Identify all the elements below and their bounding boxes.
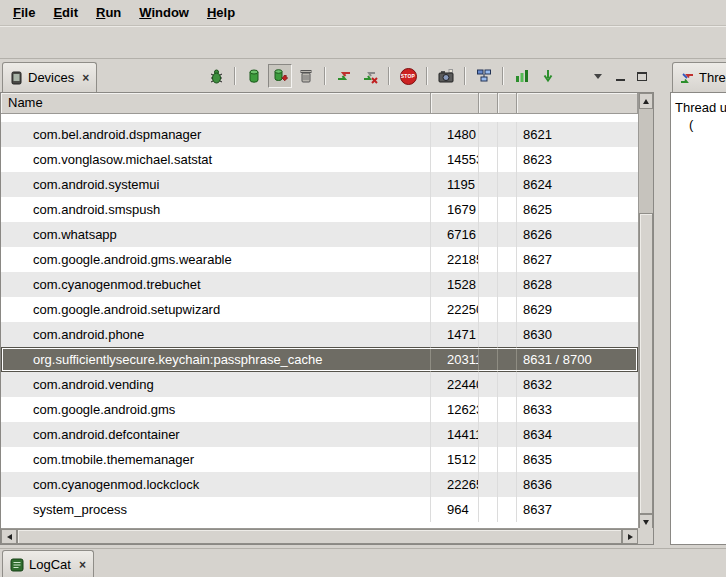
process-pid: 964 <box>431 497 479 522</box>
table-row[interactable]: com.bel.android.dspmanager 1480 8621 <box>1 122 638 147</box>
process-pid: 12623 <box>431 397 479 422</box>
tab-threads[interactable]: Threads <box>672 62 726 92</box>
process-name: com.android.systemui <box>1 172 431 197</box>
arrow-right-icon <box>628 534 633 540</box>
update-threads-icon <box>336 68 352 84</box>
process-col4 <box>498 372 517 397</box>
table-row[interactable]: org.sufficientlysecure.keychain:passphra… <box>1 347 638 372</box>
table-row[interactable]: com.android.vending 22440 8632 <box>1 372 638 397</box>
maximize-button[interactable] <box>632 67 652 85</box>
scrollbar-corner <box>638 528 653 544</box>
tab-devices[interactable]: Devices × <box>2 62 97 92</box>
table-row[interactable]: system_process 964 8637 <box>1 497 638 522</box>
maximize-icon <box>637 72 647 81</box>
process-name: com.android.phone <box>1 322 431 347</box>
table-row[interactable]: com.cyanogenmod.lockclock 22265 8636 <box>1 472 638 497</box>
process-col3 <box>479 422 498 447</box>
scroll-up-button[interactable] <box>639 93 653 109</box>
process-name: com.google.android.setupwizard <box>1 297 431 322</box>
tab-devices-label: Devices <box>28 70 74 85</box>
process-col4 <box>498 172 517 197</box>
table-row[interactable]: com.cyanogenmod.trebuchet 1528 8628 <box>1 272 638 297</box>
minimize-icon <box>616 79 625 81</box>
horizontal-scrollbar-thumb[interactable] <box>17 529 622 544</box>
threads-content: Thread up ( <box>670 92 726 545</box>
dump-hprof-button[interactable] <box>268 64 292 88</box>
process-pid: 1480 <box>431 122 479 147</box>
view-menu-icon <box>594 74 602 79</box>
menu-help[interactable]: Help <box>198 2 244 23</box>
scroll-right-button[interactable] <box>622 529 638 544</box>
table-row[interactable]: com.tmobile.thememanager 1512 8635 <box>1 447 638 472</box>
process-pid: 14411 <box>431 422 479 447</box>
menu-file[interactable]: File <box>4 2 44 23</box>
horizontal-scrollbar[interactable] <box>1 528 638 544</box>
stop-process-button[interactable]: STOP <box>396 64 420 88</box>
debug-button[interactable] <box>204 64 228 88</box>
cause-gc-button[interactable] <box>294 64 318 88</box>
process-pid: 1679 <box>431 197 479 222</box>
table-row[interactable]: com.android.phone 1471 8630 <box>1 322 638 347</box>
table-body: com.bel.android.dspmanager 1480 8621 com… <box>1 122 638 522</box>
column-header-3[interactable] <box>479 93 498 114</box>
process-col4 <box>498 222 517 247</box>
process-col4 <box>498 397 517 422</box>
column-header-port[interactable] <box>517 93 638 114</box>
column-header-pid[interactable] <box>431 93 479 114</box>
process-name: com.android.vending <box>1 372 431 397</box>
table-row[interactable]: com.vonglasow.michael.satstat 14553 8623 <box>1 147 638 172</box>
view-menu-button[interactable] <box>588 67 608 85</box>
table-row[interactable]: com.android.systemui 1195 8624 <box>1 172 638 197</box>
process-pid: 1195 <box>431 172 479 197</box>
process-port: 8636 <box>517 472 638 497</box>
table-header: Name <box>1 93 638 114</box>
menu-edit[interactable]: Edit <box>44 2 87 23</box>
vertical-scrollbar[interactable] <box>638 93 653 530</box>
table-row[interactable]: com.android.defcontainer 14411 8634 <box>1 422 638 447</box>
process-name: com.vonglasow.michael.satstat <box>1 147 431 172</box>
logcat-bar: LogCat × <box>0 548 726 577</box>
process-col4 <box>498 322 517 347</box>
panel-sash[interactable] <box>654 60 670 547</box>
process-col4 <box>498 297 517 322</box>
devices-toolbar: STOP <box>204 64 652 88</box>
scroll-left-button[interactable] <box>1 529 17 544</box>
menu-run[interactable]: Run <box>87 2 130 23</box>
process-col3 <box>479 297 498 322</box>
update-heap-button[interactable] <box>242 64 266 88</box>
minimize-button[interactable] <box>610 67 630 85</box>
menu-window[interactable]: Window <box>130 2 198 23</box>
column-header-4[interactable] <box>498 93 517 114</box>
process-col3 <box>479 122 498 147</box>
toolbar-spacer <box>562 76 586 77</box>
close-icon[interactable]: × <box>82 71 89 85</box>
process-pid: 20311 <box>431 347 479 372</box>
process-port: 8628 <box>517 272 638 297</box>
process-col4 <box>498 422 517 447</box>
vertical-scrollbar-thumb[interactable] <box>639 213 653 514</box>
close-icon[interactable]: × <box>79 558 86 572</box>
process-port: 8637 <box>517 497 638 522</box>
screen-capture-button[interactable] <box>434 64 458 88</box>
process-port: 8633 <box>517 397 638 422</box>
systrace-button[interactable] <box>510 64 534 88</box>
column-header-name[interactable]: Name <box>1 93 431 114</box>
process-pid: 14553 <box>431 147 479 172</box>
stop-method-profiling-icon <box>362 68 378 84</box>
tab-logcat[interactable]: LogCat × <box>2 550 94 577</box>
process-col4 <box>498 147 517 172</box>
arrow-up-icon <box>643 99 649 104</box>
process-col3 <box>479 222 498 247</box>
view-hierarchy-button[interactable] <box>472 64 496 88</box>
process-port: 8630 <box>517 322 638 347</box>
table-row[interactable]: com.google.android.gms.wearable 22185 86… <box>1 247 638 272</box>
process-pid: 1512 <box>431 447 479 472</box>
table-row[interactable]: com.whatsapp 6716 8626 <box>1 222 638 247</box>
update-threads-button[interactable] <box>332 64 356 88</box>
table-row[interactable]: com.google.android.setupwizard 22250 862… <box>1 297 638 322</box>
table-row[interactable]: com.google.android.gms 12623 8633 <box>1 397 638 422</box>
stop-method-profiling-button[interactable] <box>358 64 382 88</box>
method-profiling-button[interactable] <box>536 64 560 88</box>
table-row[interactable]: com.android.smspush 1679 8625 <box>1 197 638 222</box>
process-name: com.tmobile.thememanager <box>1 447 431 472</box>
